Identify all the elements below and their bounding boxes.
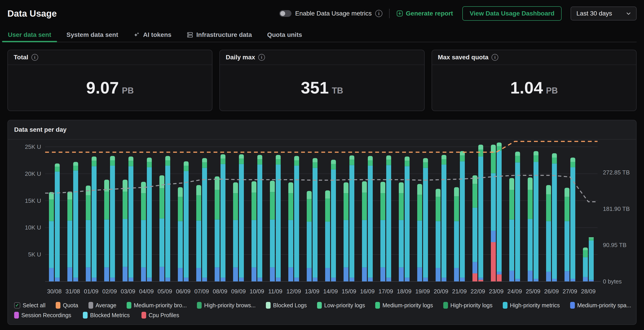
svg-text:03/09: 03/09 [120,288,135,295]
legend-row-1: ✓Select allQuotaAverageMedium-priority b… [14,302,631,309]
svg-text:08/09: 08/09 [213,288,227,295]
select-all-checkbox[interactable]: ✓ [14,302,20,308]
legend-item-blocked-metrics[interactable]: Blocked Metrics [83,312,130,318]
toggle-knob [280,11,285,16]
legend-swatch [14,312,19,318]
date-range-value: Last 30 days [576,10,612,17]
data-sent-per-day-panel: Data sent per day 25K U20K U15K U10K U5K… [8,120,636,325]
card-total: Total i 9.07 PB [8,50,212,111]
legend-item-blocked-logs[interactable]: Blocked Logs [266,302,307,309]
date-range-select[interactable]: Last 30 days [570,7,636,21]
card-daily-max: Daily max i 351 TB [220,50,424,111]
legend-row-2: Session RecordingsBlocked MetricsCpu Pro… [14,312,631,318]
card-label: Max saved quota [438,54,488,61]
divider [389,9,390,18]
svg-text:15/09: 15/09 [342,288,356,295]
metric-value: 351 TB [301,78,343,97]
svg-text:15K U: 15K U [25,197,41,204]
svg-text:26/09: 26/09 [544,288,559,295]
svg-text:10/09: 10/09 [250,288,264,295]
svg-text:30/08: 30/08 [47,288,62,295]
tab-user-data-sent[interactable]: User data sent [8,28,52,42]
legend-swatch [375,302,380,309]
svg-text:5K U: 5K U [28,251,41,258]
svg-text:21/09: 21/09 [452,288,466,295]
chart-legend: ✓Select allQuotaAverageMedium-priority b… [14,302,631,318]
top-bar: Data Usage Enable Data Usage metrics i G… [8,6,636,22]
tab-system-data-sent[interactable]: System data sent [66,28,118,42]
sparkle-icon [134,32,140,38]
legend-swatch [56,302,60,309]
legend-item-session-recordings[interactable]: Session Recordings [14,312,71,318]
legend-swatch [127,302,131,309]
svg-text:11/09: 11/09 [268,288,282,295]
tab-ai-tokens[interactable]: AI tokens [133,28,172,42]
info-icon[interactable]: i [32,54,38,61]
data-usage-page: Data Usage Enable Data Usage metrics i G… [0,0,644,330]
svg-text:06/09: 06/09 [176,288,190,295]
legend-item-average[interactable]: Average [88,302,116,309]
header-controls: Enable Data Usage metrics i Generate rep… [279,6,636,21]
legend-select-all[interactable]: ✓Select all [14,302,45,309]
metric-value: 1.04 PB [510,78,558,97]
svg-text:14/09: 14/09 [323,288,338,295]
legend-item-medium-priority-logs[interactable]: Medium-priority logs [375,302,433,309]
data-sent-chart: 25K U20K U15K U10K U5K U272.85 TB181.90 … [8,140,636,298]
info-icon[interactable]: i [258,54,265,61]
metric-cards: Total i 9.07 PB Daily max i 351 TB [8,50,636,111]
legend-swatch [503,302,508,309]
svg-text:0 bytes: 0 bytes [603,278,622,285]
svg-text:31/08: 31/08 [65,288,80,295]
card-max-saved-quota: Max saved quota i 1.04 PB [432,50,636,111]
svg-text:23/09: 23/09 [489,288,504,295]
legend-item-high-priority-metrics[interactable]: High-priority metrics [503,302,560,309]
enable-metrics-label: Enable Data Usage metrics [295,10,372,17]
download-report-icon [396,10,403,17]
tab-quota-units[interactable]: Quota units [267,28,303,42]
svg-text:07/09: 07/09 [194,288,209,295]
page-title: Data Usage [8,9,57,19]
legend-swatch [317,302,322,309]
svg-text:20/09: 20/09 [434,288,448,295]
legend-item-medium-priority-bro[interactable]: Medium-priority bro... [127,302,187,309]
legend-item-medium-priority-spa[interactable]: Medium-priority spa... [570,302,631,309]
svg-text:01/09: 01/09 [84,288,98,295]
generate-report-button[interactable]: Generate report [396,10,453,17]
legend-item-quota[interactable]: Quota [56,302,78,309]
legend-item-low-priority-logs[interactable]: Low-priority logs [317,302,365,309]
chart-body: 25K U20K U15K U10K U5K U272.85 TB181.90 … [8,140,636,325]
svg-text:19/09: 19/09 [415,288,430,295]
svg-text:05/09: 05/09 [158,288,172,295]
svg-text:17/09: 17/09 [378,288,393,295]
info-icon[interactable]: i [375,10,382,17]
svg-text:25K U: 25K U [25,143,41,150]
svg-text:27/09: 27/09 [562,288,577,295]
svg-text:12/09: 12/09 [286,288,301,295]
svg-text:09/09: 09/09 [231,288,246,295]
tab-bar: User data sent System data sent AI token… [8,28,636,42]
svg-text:04/09: 04/09 [139,288,154,295]
legend-swatch [142,312,146,318]
svg-text:13/09: 13/09 [305,288,319,295]
legend-swatch [443,302,448,309]
svg-text:02/09: 02/09 [102,288,117,295]
legend-swatch [570,302,575,309]
chart-title: Data sent per day [8,120,636,140]
legend-swatch [266,302,270,309]
tab-infrastructure-data[interactable]: Infrastructure data [186,28,252,42]
svg-text:22/09: 22/09 [470,288,485,295]
svg-text:181.90 TB: 181.90 TB [603,205,630,212]
svg-text:10K U: 10K U [25,224,41,231]
view-dashboard-button[interactable]: View Data Usage Dashboard [462,6,562,21]
legend-item-cpu-profiles[interactable]: Cpu Profiles [142,312,179,318]
svg-text:20K U: 20K U [25,170,41,177]
enable-metrics-toggle[interactable] [279,10,292,17]
card-label: Daily max [226,54,255,61]
legend-swatch [83,312,88,318]
server-icon [186,32,193,38]
info-icon[interactable]: i [492,54,498,61]
svg-text:25/09: 25/09 [526,288,540,295]
svg-text:28/09: 28/09 [581,288,596,295]
legend-item-high-priority-brows[interactable]: High-priority brows... [197,302,256,309]
legend-item-high-priority-logs[interactable]: High-priority logs [443,302,493,309]
